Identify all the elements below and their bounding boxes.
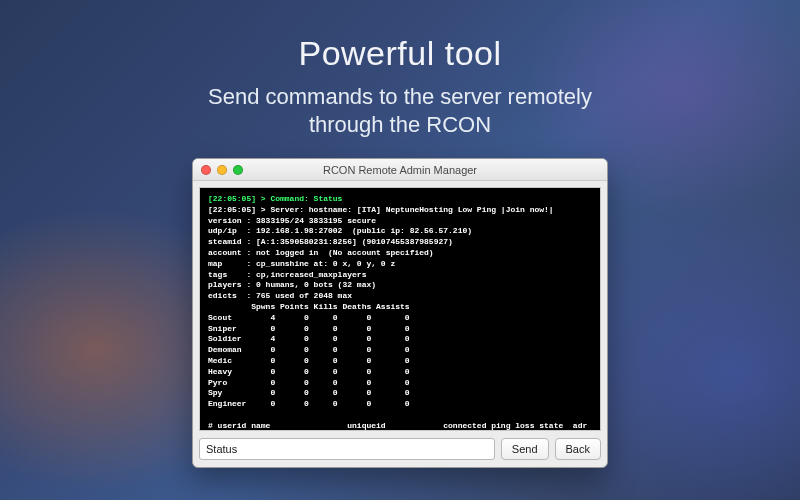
hero-subtitle: Send commands to the server remotely thr… <box>0 83 800 138</box>
command-input[interactable] <box>199 438 495 460</box>
terminal-body: version : 3833195/24 3833195 secure udp/… <box>208 216 587 430</box>
back-button[interactable]: Back <box>555 438 601 460</box>
hero-subtitle-line1: Send commands to the server remotely <box>208 84 592 109</box>
terminal-output[interactable]: [22:05:05] > Command: Status [22:05:05] … <box>199 187 601 431</box>
terminal-response-line: [22:05:05] > Server: hostname: [ITA] Nep… <box>208 205 554 214</box>
hero-subtitle-line2: through the RCON <box>309 112 491 137</box>
hero-banner: Powerful tool Send commands to the serve… <box>0 0 800 138</box>
minimize-icon[interactable] <box>217 165 227 175</box>
titlebar[interactable]: RCON Remote Admin Manager <box>193 159 607 181</box>
hero-title: Powerful tool <box>0 34 800 73</box>
command-bar: Send Back <box>193 437 607 467</box>
send-button[interactable]: Send <box>501 438 549 460</box>
terminal-command-line: [22:05:05] > Command: Status <box>208 194 342 203</box>
window-title: RCON Remote Admin Manager <box>193 164 607 176</box>
app-window: RCON Remote Admin Manager [22:05:05] > C… <box>192 158 608 468</box>
traffic-lights <box>193 165 243 175</box>
close-icon[interactable] <box>201 165 211 175</box>
zoom-icon[interactable] <box>233 165 243 175</box>
